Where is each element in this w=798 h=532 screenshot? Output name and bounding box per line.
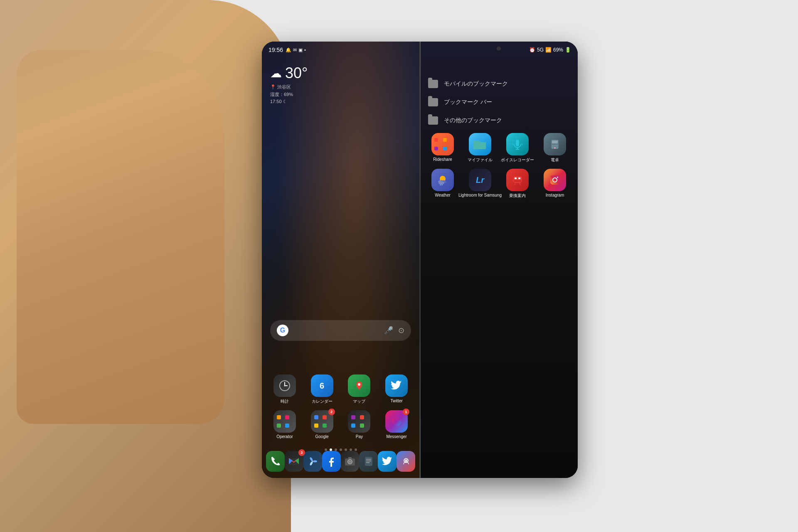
bookmark-bar-label: ブックマーク バー xyxy=(444,99,492,106)
dock-twitter-app[interactable] xyxy=(378,451,397,472)
svg-line-35 xyxy=(442,185,442,185)
svg-point-33 xyxy=(438,181,444,185)
calendar-app-icon: 6 xyxy=(311,374,333,397)
myfiles-label: マイファイル xyxy=(468,157,493,163)
mobile-bookmark-label: モバイルのブックマーク xyxy=(444,80,508,88)
alarm-icon: ⏰ xyxy=(529,47,535,53)
voice-recorder-app-icon xyxy=(506,133,529,155)
app-row-1: 時計 6 カレンダー xyxy=(266,374,415,404)
dot-icon: • xyxy=(304,47,306,52)
app-item-weather[interactable]: Weather xyxy=(428,169,457,199)
app-grid-left: 時計 6 カレンダー xyxy=(266,374,415,445)
svg-rect-13 xyxy=(365,457,372,466)
fold-line xyxy=(420,42,421,478)
search-bar[interactable]: G 🎤 ⊙ xyxy=(270,320,411,341)
dock-gmail-app[interactable]: 3 xyxy=(285,451,303,472)
app-item-messenger[interactable]: 1 Messenger xyxy=(382,410,411,439)
svg-point-44 xyxy=(557,177,558,178)
mobile-bookmark-folder-icon xyxy=(428,80,438,88)
app-row-2: Operator 2 Google xyxy=(266,410,415,439)
weather-cloud-icon: ☁ xyxy=(270,66,282,80)
app-item-rideshare[interactable]: Rideshare xyxy=(428,133,457,163)
microphone-icon[interactable]: 🎤 xyxy=(384,326,393,335)
weather-time: 17:50 ☾ xyxy=(270,98,308,106)
svg-rect-37 xyxy=(515,177,517,179)
bookmark-item-mobile[interactable]: モバイルのブックマーク xyxy=(428,75,569,93)
other-bookmark-label: その他のブックマーク xyxy=(444,117,502,124)
voice-recorder-label: ボイスレコーダー xyxy=(501,157,534,163)
hand-background xyxy=(0,0,291,532)
app-item-lightroom[interactable]: Lr Lightroom for Samsung xyxy=(466,169,495,199)
app-item-voice-recorder[interactable]: ボイスレコーダー xyxy=(503,133,532,163)
clock-app-icon xyxy=(273,374,296,397)
lightroom-label: Lightroom for Samsung xyxy=(458,193,502,197)
signal-bars-icon: 📶 xyxy=(545,47,552,53)
message-icon: ✉ xyxy=(293,47,297,53)
app-item-pay[interactable]: Pay xyxy=(345,410,374,439)
maps-label: マップ xyxy=(353,399,365,404)
dock-facebook-app[interactable] xyxy=(322,451,341,472)
app-item-myfiles[interactable]: マイファイル xyxy=(466,133,495,163)
calculator-app-icon xyxy=(544,133,566,155)
twitter-label: Twitter xyxy=(390,399,402,403)
operator-label: Operator xyxy=(276,434,293,439)
signal-5g: 5G xyxy=(537,47,544,53)
svg-line-40 xyxy=(515,183,515,185)
app-item-calculator[interactable]: 電卓 xyxy=(540,133,569,163)
app-item-transit[interactable]: 乗換案内 xyxy=(503,169,532,199)
dock-left: 3 xyxy=(266,449,415,474)
right-app-row-2: Weather Lr Lightroom for Samsung xyxy=(424,169,574,199)
svg-point-18 xyxy=(405,460,407,461)
app-item-google[interactable]: 2 Google xyxy=(308,410,337,439)
rideshare-app-icon xyxy=(431,133,454,155)
svg-rect-42 xyxy=(550,175,559,185)
status-bar-left: 19:56 🔔 ✉ ▣ • xyxy=(262,42,419,58)
app-item-operator[interactable]: Operator xyxy=(270,410,299,439)
google-lens-icon[interactable]: ⊙ xyxy=(398,326,404,335)
weather-app-icon xyxy=(431,169,454,191)
battery-icon: 🔋 xyxy=(565,47,571,53)
google-badge: 2 xyxy=(328,409,335,415)
app-item-twitter[interactable]: Twitter xyxy=(382,374,411,404)
svg-rect-36 xyxy=(513,176,522,183)
dock-phone-app[interactable] xyxy=(266,451,285,472)
dock-notes-app[interactable] xyxy=(359,451,378,472)
battery-area: ⏰ 5G 📶 69% 🔋 xyxy=(529,47,571,53)
svg-rect-25 xyxy=(552,140,558,143)
other-bookmark-folder-icon xyxy=(428,116,438,125)
dock-windmill-app[interactable] xyxy=(303,451,322,472)
svg-point-29 xyxy=(552,147,554,149)
svg-point-7 xyxy=(313,461,317,463)
app-item-instagram[interactable]: Instagram xyxy=(540,169,569,199)
svg-point-4 xyxy=(358,383,360,386)
phone-container: 19:56 🔔 ✉ ▣ • ☁ 30° xyxy=(262,42,578,478)
svg-rect-39 xyxy=(514,180,521,182)
twitter-app-icon xyxy=(385,374,408,397)
weather-temperature: 30° xyxy=(285,64,308,82)
rideshare-label: Rideshare xyxy=(433,157,452,162)
dock-camera-app[interactable] xyxy=(341,451,360,472)
bookmark-item-other[interactable]: その他のブックマーク xyxy=(428,111,569,130)
battery-percent: 69% xyxy=(553,47,563,53)
weather-top: ☁ 30° xyxy=(270,64,308,82)
bookmark-item-bar[interactable]: ブックマーク バー xyxy=(428,93,569,111)
google-logo: G xyxy=(277,325,288,336)
calendar-label: カレンダー xyxy=(312,399,332,404)
app-item-clock[interactable]: 時計 xyxy=(270,374,299,404)
app-item-maps[interactable]: マップ xyxy=(345,374,374,404)
status-bar-right: ⏰ 5G 📶 69% 🔋 xyxy=(420,42,578,58)
notification-bell-icon: 🔔 xyxy=(286,47,291,53)
operator-app-icon xyxy=(273,410,296,433)
svg-line-41 xyxy=(520,183,520,185)
weather-location-row: 📍 渋谷区 xyxy=(270,84,308,91)
clock-label: 時計 xyxy=(281,399,289,404)
weather-location: 渋谷区 xyxy=(277,84,291,91)
pay-app-icon xyxy=(348,410,370,433)
dock-duo-app[interactable] xyxy=(397,451,415,472)
google-label: Google xyxy=(315,434,329,439)
weather-details: 📍 渋谷区 湿度：69% 17:50 ☾ xyxy=(270,84,308,106)
right-app-row-1: Rideshare マイファイル xyxy=(424,133,574,163)
bookmark-bar-folder-icon xyxy=(428,98,438,106)
messenger-label: Messenger xyxy=(386,434,406,439)
app-item-calendar[interactable]: 6 カレンダー xyxy=(308,374,337,404)
